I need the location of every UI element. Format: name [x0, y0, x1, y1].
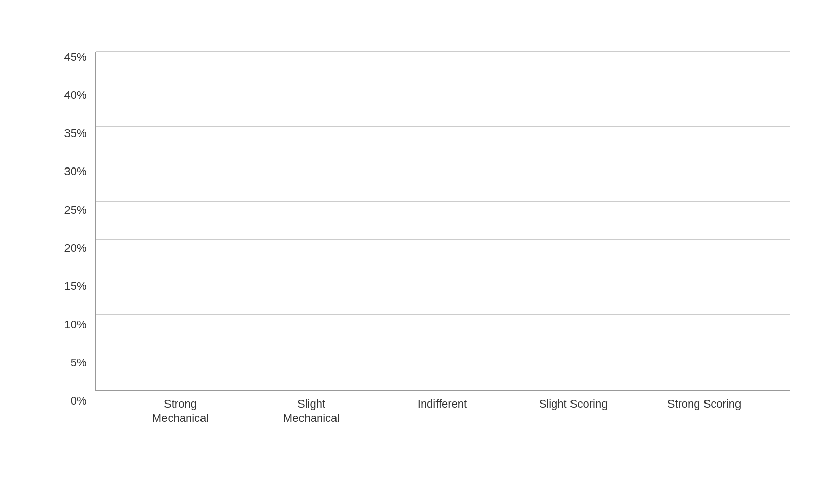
chart-area: 45%40%35%30%25%20%15%10%5%0% Strong Mech…	[59, 52, 790, 438]
x-axis-label: Slight Mechanical	[246, 397, 377, 438]
chart-container: 45%40%35%30%25%20%15%10%5%0% Strong Mech…	[19, 11, 821, 493]
x-axis-label: Slight Scoring	[508, 397, 639, 438]
x-axis-label: Strong Scoring	[639, 397, 770, 438]
x-axis-label: Indifferent	[377, 397, 508, 438]
y-axis-label: 0%	[71, 395, 87, 407]
y-axis-label: 10%	[64, 319, 86, 330]
x-labels: Strong MechanicalSlight MechanicalIndiff…	[95, 397, 790, 438]
y-axis-label: 30%	[64, 166, 86, 177]
y-axis-label: 15%	[64, 281, 86, 292]
y-axis-label: 45%	[64, 52, 86, 63]
y-axis-label: 35%	[64, 128, 86, 139]
bars-row	[96, 52, 790, 390]
y-axis-label: 5%	[71, 357, 87, 368]
x-axis-label: Strong Mechanical	[115, 397, 246, 438]
y-axis-label: 25%	[64, 205, 86, 216]
y-axis-label: 20%	[64, 243, 86, 254]
y-axis: 45%40%35%30%25%20%15%10%5%0%	[59, 52, 95, 438]
plot-area: Strong MechanicalSlight MechanicalIndiff…	[95, 52, 790, 438]
bars-and-grid	[95, 52, 790, 391]
y-axis-label: 40%	[64, 90, 86, 101]
